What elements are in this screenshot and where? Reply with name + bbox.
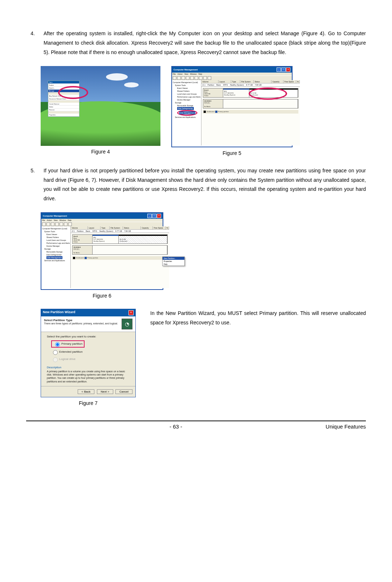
wizard-body: Select the partition you want to create:… <box>41 332 135 386</box>
kw-primary-partition: Primary partition <box>260 310 297 316</box>
step-5-text: If your hard drive is not properly parti… <box>44 166 366 204</box>
partition-c[interactable]: (C:) 9.77 GB NTFS Healthy (System) <box>223 89 249 97</box>
figure-4-caption: Figure 4 <box>91 149 110 155</box>
nav-tree[interactable]: Computer Management (Local) System Tools… <box>172 80 201 146</box>
tree-item[interactable]: Performance Logs and Alerts <box>42 242 70 245</box>
menu-item[interactable]: Create Shortcut <box>48 103 79 106</box>
menu-item[interactable]: Properties <box>48 114 79 116</box>
title-bar: Computer Management _□× <box>172 67 292 73</box>
volume-row[interactable]: (C:) Partition Basic NTFS Healthy (Syste… <box>201 83 299 86</box>
tree-item[interactable]: Event Viewer <box>173 87 200 90</box>
menu-window[interactable]: Window <box>190 73 197 75</box>
toolbar[interactable] <box>41 222 163 226</box>
disk-label: Disk 0 Basic 28.50 GB Online <box>203 89 223 97</box>
radio-extended[interactable] <box>53 350 58 355</box>
tree-item[interactable]: Storage <box>42 247 70 250</box>
figure-7: New Partition Wizard × Select Partition … <box>41 309 136 406</box>
tree-item[interactable]: Device Manager <box>42 245 70 247</box>
toolbar[interactable] <box>172 75 292 80</box>
menu-action[interactable]: Action <box>177 73 183 75</box>
step-4-text: After the operating system is installed,… <box>44 29 366 57</box>
desc-heading: Description <box>47 366 130 369</box>
page-footer: - 63 - Unique Features <box>26 423 366 430</box>
tree-storage[interactable]: Storage <box>173 101 200 104</box>
menu-window[interactable]: Window <box>60 219 66 221</box>
next-button[interactable]: Next > <box>97 389 113 394</box>
back-button[interactable]: < Back <box>78 389 95 394</box>
window-buttons[interactable]: _□× <box>276 67 290 72</box>
col: Capacity <box>271 80 283 83</box>
col: Status <box>254 80 271 83</box>
wizard-header: Select Partition Type There are three ty… <box>41 316 135 332</box>
tree-item[interactable]: Disk Defragmenter <box>173 107 200 110</box>
tree-item[interactable]: Performance Logs and Alerts <box>173 95 200 98</box>
tree-item[interactable]: Event Viewer <box>42 233 70 236</box>
menu-action[interactable]: Action <box>47 219 52 221</box>
col: File System <box>110 226 123 229</box>
tree-disk-management[interactable]: Disk Management <box>42 256 70 259</box>
cdrom-0: CD-ROM 0 DVD (D:) No Media <box>72 245 167 255</box>
cell: (C:) <box>202 84 205 86</box>
partition-c[interactable]: (C:) 9.77 GB NTFS Healthy (System) <box>93 235 119 243</box>
partition-unallocated[interactable]: 18.74 GB Unallocated <box>119 235 167 243</box>
window-buttons[interactable]: _□× <box>147 214 161 218</box>
figure-row-6: Computer Management _□× File Action View… <box>26 212 366 299</box>
tree-item[interactable]: Removable Storage <box>42 250 70 253</box>
nav-tree[interactable]: Computer Management (Local) System Tools… <box>41 226 71 288</box>
tree-system-tools[interactable]: System Tools <box>173 84 200 87</box>
tree-services[interactable]: Services and Applications <box>173 116 200 119</box>
menu-item[interactable]: Delete <box>48 106 79 108</box>
menu-file[interactable]: File <box>173 73 176 75</box>
menu-help[interactable]: Help <box>199 73 202 75</box>
kw-disk-management: Disk Management <box>126 177 167 183</box>
tree-item[interactable]: Local Users and Groups <box>173 93 200 95</box>
figure-6: Computer Management _□× File Action View… <box>41 212 163 299</box>
cancel-button[interactable]: Cancel <box>115 389 132 394</box>
tree-item[interactable]: Services and Applications <box>42 259 70 262</box>
tree-disk-management[interactable]: Disk Management <box>173 110 200 116</box>
tree-item[interactable]: Device Manager <box>173 98 200 101</box>
radio-primary[interactable] <box>55 342 60 347</box>
menu-view[interactable]: View <box>184 73 188 75</box>
menu-item[interactable]: Open <box>48 81 79 84</box>
menu-item[interactable]: Rename <box>48 108 79 111</box>
menu-file[interactable]: File <box>42 219 45 221</box>
menubar[interactable]: File Action View Window Help <box>41 219 163 222</box>
close-icon[interactable]: × <box>128 310 134 315</box>
col: File System <box>240 80 254 83</box>
minimize-icon: _ <box>277 67 281 72</box>
menu-item-help[interactable]: Help <box>163 263 184 266</box>
cell: 7.84 GB <box>124 230 131 232</box>
tree-root[interactable]: Computer Management (Local) <box>42 227 70 230</box>
tree-item[interactable]: Local Users and Groups <box>42 239 70 242</box>
cell: Basic <box>216 84 221 86</box>
kw-manage: Manage <box>281 30 299 36</box>
menubar[interactable]: File Action View Window Help <box>172 73 292 75</box>
volume-row[interactable]: (C:) Partition Basic NTFS Healthy (Syste… <box>71 230 169 233</box>
option-primary[interactable]: Primary partition <box>51 340 130 348</box>
menu-view[interactable]: View <box>54 219 58 221</box>
tree-root[interactable]: Computer Management (Local) <box>173 81 200 84</box>
window-title: Computer Management <box>173 69 198 71</box>
option-extended[interactable]: Extended partition <box>51 348 130 356</box>
col: Volume <box>201 80 219 83</box>
tree-item[interactable]: Shared Folders <box>42 236 70 239</box>
tree-item[interactable]: Removable Storage <box>173 104 200 107</box>
cell: NTFS <box>223 84 228 86</box>
menu-item-new-partition[interactable]: New Partition... <box>163 257 184 260</box>
page-number: - 63 - <box>170 423 182 430</box>
computer-management-window-2: Computer Management _□× File Action View… <box>41 212 163 290</box>
tree-item[interactable]: Disk Defragmenter <box>42 253 70 256</box>
tree-item[interactable]: System Tools <box>42 230 70 233</box>
tree-item[interactable]: Shared Folders <box>173 90 200 93</box>
menu-item-properties[interactable]: Properties <box>163 260 184 263</box>
cell: Partition <box>208 84 214 86</box>
t: icon on your desktop and select <box>200 30 281 36</box>
cell: 7.84 GB <box>255 84 261 86</box>
figure-7-caption: Figure 7 <box>79 400 97 406</box>
figure-4: Open Explore Search... Manage Map Networ… <box>41 66 160 156</box>
menu-help[interactable]: Help <box>68 219 72 221</box>
legend: Unallocated Primary partition <box>72 256 167 260</box>
context-menu-partition[interactable]: New Partition... Properties Help <box>162 257 185 266</box>
disk-pane: Disk 0 Basic 28.50 GB Online (C:) 9.77 G… <box>201 86 299 146</box>
